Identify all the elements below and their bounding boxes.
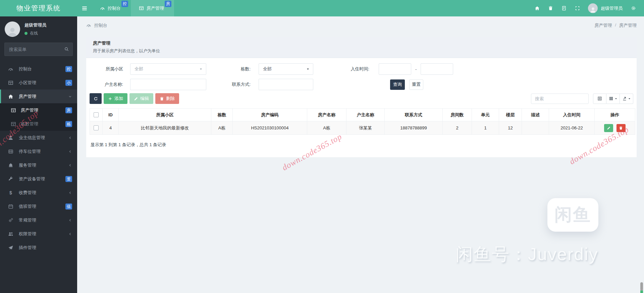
chevron-down-icon bbox=[68, 95, 72, 99]
contact-label: 联系方式: bbox=[206, 81, 259, 87]
dashboard-icon bbox=[8, 66, 13, 72]
community-select-value: 全部 bbox=[135, 66, 143, 72]
sidebar-profile: 超级管理员 在线 bbox=[0, 16, 77, 40]
pagination-summary: 显示第 1 到第 1 条记录，总共 1 条记录 bbox=[90, 142, 633, 157]
table-panel: 添加 编辑 删除 bbox=[86, 91, 637, 157]
add-button[interactable]: 添加 bbox=[104, 93, 127, 104]
sidebar-item-plugins[interactable]: 插件管理 bbox=[0, 241, 77, 254]
sidebar-item-assets[interactable]: 资产设备管理 资 bbox=[0, 172, 77, 186]
caret-down-icon bbox=[199, 67, 203, 71]
community-select[interactable]: 全部 bbox=[130, 63, 206, 75]
columns-button[interactable] bbox=[606, 94, 620, 104]
sidebar-item-duty[interactable]: 值班管理 值 bbox=[0, 199, 77, 213]
page-title: 房产管理 bbox=[93, 40, 630, 46]
checkin-start-input[interactable] bbox=[379, 63, 411, 75]
select-all-checkbox[interactable] bbox=[94, 112, 99, 117]
plus-icon bbox=[108, 97, 112, 101]
checkin-end-input[interactable] bbox=[421, 63, 453, 75]
col-rooms: 房间数 bbox=[443, 109, 472, 121]
delete-button-label: 删除 bbox=[166, 96, 175, 102]
sidebar-subitem-building-mgmt[interactable]: 栋数管理 栋 bbox=[0, 117, 77, 131]
sidebar-item-label: 值班管理 bbox=[19, 203, 65, 210]
sidebar-item-general[interactable]: 常规管理 bbox=[0, 213, 77, 227]
col-code: 房产编码 bbox=[233, 109, 307, 121]
sidebar-item-property[interactable]: 房产管理 bbox=[0, 90, 77, 103]
file-icon bbox=[561, 6, 567, 11]
avatar bbox=[588, 3, 598, 13]
owner-name-input[interactable] bbox=[130, 79, 206, 90]
sidebar-item-service[interactable]: 服务管理 bbox=[0, 158, 77, 172]
col-description: 描述 bbox=[522, 109, 549, 121]
cell-description bbox=[522, 121, 549, 135]
app-logo: 物业管理系统 bbox=[0, 0, 77, 16]
delete-button[interactable]: 删除 bbox=[155, 93, 179, 104]
edit-button[interactable]: 编辑 bbox=[129, 93, 153, 104]
building-select-value: 全部 bbox=[263, 66, 272, 72]
row-edit-button[interactable] bbox=[604, 124, 613, 132]
user-menu[interactable]: 超级管理员 bbox=[584, 3, 627, 13]
filter-row-2: 户主名称: 联系方式: 查询 重置 bbox=[86, 79, 637, 90]
reset-button[interactable]: 重置 bbox=[409, 79, 423, 90]
col-community: 所属小区 bbox=[119, 109, 211, 121]
row-delete-button[interactable] bbox=[616, 124, 626, 132]
sidebar-item-label: 小区管理 bbox=[19, 80, 65, 86]
sidebar-subitem-property-mgmt[interactable]: 房产管理 房 bbox=[0, 103, 77, 117]
parking-icon bbox=[8, 149, 13, 154]
sidebar-item-dashboard[interactable]: 控制台 控 bbox=[0, 62, 77, 76]
search-icon bbox=[64, 47, 69, 52]
dashboard-icon bbox=[86, 23, 91, 28]
query-button[interactable]: 查询 bbox=[390, 79, 405, 90]
tab-dashboard[interactable]: 控制台 控 bbox=[92, 0, 131, 16]
sidebar-item-permissions[interactable]: 权限管理 bbox=[0, 227, 77, 241]
export-button[interactable] bbox=[620, 94, 633, 104]
sidebar-menu: 控制台 控 小区管理 小 房产管理 房产管理 房 栋数管理 栋 bbox=[0, 62, 77, 254]
building-select[interactable]: 全部 bbox=[259, 63, 313, 75]
owner-label: 户主名称: bbox=[86, 81, 130, 87]
clear-cache-button[interactable] bbox=[557, 0, 571, 16]
sidebar-item-owner-info[interactable]: 业主信息管理 bbox=[0, 131, 77, 144]
col-floor: 楼层 bbox=[499, 109, 522, 121]
trash-button[interactable] bbox=[544, 0, 557, 16]
sidebar-item-label: 房产管理 bbox=[21, 107, 65, 113]
caret-down-icon bbox=[614, 97, 618, 100]
sidebar-item-fees[interactable]: $ 收费管理 bbox=[0, 186, 77, 199]
tab-label: 控制台 bbox=[108, 5, 121, 11]
home-icon bbox=[535, 6, 540, 11]
sidebar-item-community[interactable]: 小区管理 小 bbox=[0, 76, 77, 90]
table-search-input[interactable] bbox=[531, 94, 589, 104]
row-select-cell bbox=[90, 121, 103, 135]
hamburger-icon bbox=[82, 5, 88, 11]
table-icon bbox=[8, 80, 13, 85]
vertical-scrollbar-thumb[interactable] bbox=[640, 282, 643, 291]
home-button[interactable] bbox=[530, 0, 544, 16]
page-subtitle: 用于展示房产列表信息，以户为单位 bbox=[93, 48, 630, 54]
sidebar-item-label: 权限管理 bbox=[19, 231, 68, 237]
row-checkbox[interactable] bbox=[94, 125, 99, 130]
menu-search-input[interactable] bbox=[4, 43, 73, 56]
sidebar-item-label: 收费管理 bbox=[19, 190, 68, 196]
trash-icon bbox=[619, 126, 623, 130]
cell-contact: 18878788899 bbox=[385, 121, 443, 135]
breadcrumb-item[interactable]: 房产管理 bbox=[594, 22, 612, 28]
tab-property-management[interactable]: 房产管理 房 bbox=[131, 0, 174, 16]
scrollbar-accent bbox=[640, 290, 643, 293]
sidebar-item-label: 栋数管理 bbox=[21, 121, 65, 127]
paper-plane-icon bbox=[8, 245, 13, 250]
col-building: 栋数 bbox=[211, 109, 233, 121]
sidebar-item-badge: 房 bbox=[65, 107, 72, 113]
dashboard-icon bbox=[100, 6, 105, 11]
gear-icon bbox=[631, 6, 636, 11]
toggle-view-button[interactable] bbox=[593, 94, 606, 104]
sidebar-toggle-button[interactable] bbox=[77, 0, 92, 16]
refresh-icon bbox=[94, 97, 98, 101]
contact-input[interactable] bbox=[259, 79, 313, 90]
sidebar-item-parking[interactable]: 停车位管理 bbox=[0, 144, 77, 158]
expand-icon bbox=[575, 6, 580, 11]
refresh-button[interactable] bbox=[90, 93, 102, 104]
cell-rooms: 2 bbox=[443, 121, 472, 135]
date-range-separator: - bbox=[415, 67, 417, 72]
settings-button[interactable] bbox=[627, 0, 640, 16]
breadcrumb-home[interactable]: 控制台 bbox=[86, 22, 107, 28]
fullscreen-button[interactable] bbox=[571, 0, 584, 16]
tab-label: 房产管理 bbox=[147, 5, 164, 11]
